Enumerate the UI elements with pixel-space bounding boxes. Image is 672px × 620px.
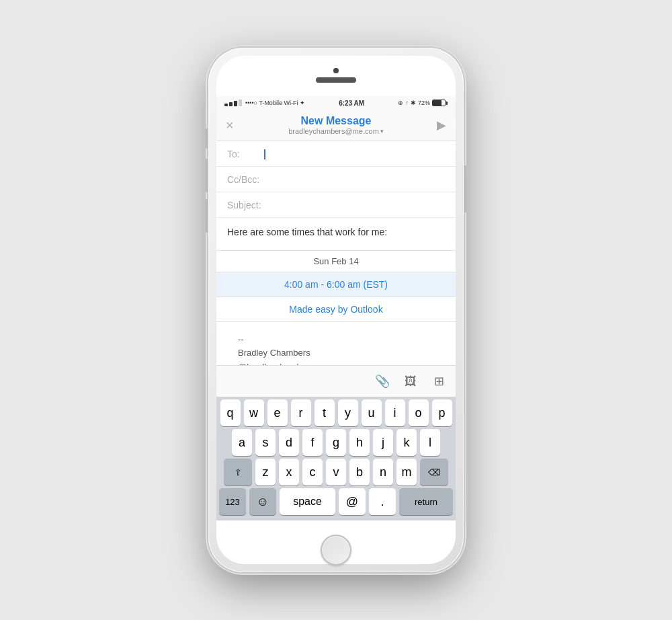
key-i[interactable]: i xyxy=(385,399,405,426)
emoji-key[interactable]: ☺ xyxy=(249,488,276,515)
signal-strength xyxy=(224,100,242,106)
signal-dot-3 xyxy=(234,101,237,106)
battery-fill xyxy=(433,100,442,106)
email-signature: -- Bradley Chambers @bradleychambers xyxy=(227,322,445,365)
return-key[interactable]: return xyxy=(399,488,453,515)
arrow-icon: ↑ xyxy=(405,100,409,106)
key-w[interactable]: w xyxy=(244,399,264,426)
signature-line2: Bradley Chambers xyxy=(238,346,434,360)
email-body[interactable]: Here are some times that work for me: Su… xyxy=(216,218,456,365)
keyboard-row-3: ⇧ z x c v b n m ⌫ xyxy=(216,456,456,486)
shift-key[interactable]: ⇧ xyxy=(224,459,252,486)
key-l[interactable]: l xyxy=(420,429,440,456)
key-g[interactable]: g xyxy=(326,429,346,456)
key-v[interactable]: v xyxy=(326,459,346,486)
power-button[interactable] xyxy=(464,165,466,212)
subject-field-row: Subject: xyxy=(216,192,456,218)
front-camera xyxy=(333,68,339,73)
body-text: Here are some times that work for me: xyxy=(227,226,445,239)
compose-account[interactable]: bradleychambers@me.com ▾ xyxy=(227,127,445,135)
to-field-row: To: xyxy=(216,141,456,167)
text-cursor xyxy=(264,149,265,159)
volume-down-button[interactable] xyxy=(206,199,208,233)
earpiece-speaker xyxy=(316,77,356,83)
home-button[interactable] xyxy=(321,535,351,566)
mute-button[interactable] xyxy=(206,128,208,149)
key-q[interactable]: q xyxy=(220,399,241,426)
backspace-key[interactable]: ⌫ xyxy=(420,459,448,486)
key-f[interactable]: f xyxy=(302,429,323,456)
key-b[interactable]: b xyxy=(349,459,370,486)
cc-field-row: Cc/Bcc: xyxy=(216,167,456,192)
close-button[interactable]: × xyxy=(226,118,234,133)
battery-tip xyxy=(446,102,448,105)
key-s[interactable]: s xyxy=(255,429,276,456)
key-c[interactable]: c xyxy=(302,459,323,486)
keyboard: q w e r t y u i o p a s d f g h xyxy=(216,397,456,520)
signal-dot-4 xyxy=(239,100,242,106)
status-bar: ••••○ T-Mobile Wi-Fi ✦ 6:23 AM ⊕ ↑ ✱ 72% xyxy=(216,96,456,110)
phone-device: ••••○ T-Mobile Wi-Fi ✦ 6:23 AM ⊕ ↑ ✱ 72% xyxy=(208,48,464,572)
compose-toolbar: 📎 🖼 ⊞ xyxy=(216,365,456,397)
key-n[interactable]: n xyxy=(373,459,393,486)
keyboard-row-2: a s d f g h j k l xyxy=(216,426,456,456)
key-p[interactable]: p xyxy=(432,399,452,426)
key-z[interactable]: z xyxy=(255,459,276,486)
cc-label: Cc/Bcc: xyxy=(227,174,264,185)
to-input[interactable] xyxy=(264,148,445,159)
status-left: ••••○ T-Mobile Wi-Fi ✦ xyxy=(224,100,305,106)
time-slot[interactable]: 4:00 am - 6:00 am (EST) xyxy=(216,272,456,297)
status-right: ⊕ ↑ ✱ 72% xyxy=(398,100,448,106)
chevron-down-icon: ▾ xyxy=(380,128,384,134)
signature-line3: @bradleychambers xyxy=(238,360,434,365)
send-button[interactable]: ▶ xyxy=(437,118,446,132)
key-h[interactable]: h xyxy=(349,429,370,456)
subject-label: Subject: xyxy=(227,200,264,210)
key-j[interactable]: j xyxy=(373,429,393,456)
battery-body xyxy=(432,100,446,106)
add-button[interactable]: ⊞ xyxy=(427,370,450,393)
key-a[interactable]: a xyxy=(232,429,252,456)
phone-top-notch xyxy=(316,68,356,83)
period-key[interactable]: . xyxy=(369,488,396,515)
key-x[interactable]: x xyxy=(279,459,299,486)
location-icon: ⊕ xyxy=(398,100,403,106)
battery-indicator xyxy=(432,100,448,106)
compose-title: New Message xyxy=(227,115,445,127)
made-easy-label: Made easy by Outlook xyxy=(216,297,456,321)
at-key[interactable]: @ xyxy=(339,488,366,515)
key-e[interactable]: e xyxy=(267,399,288,426)
key-u[interactable]: u xyxy=(362,399,382,426)
keyboard-row-bottom: 123 ☺ space @ . return xyxy=(216,486,456,520)
signal-dot-1 xyxy=(224,104,228,106)
key-d[interactable]: d xyxy=(279,429,299,456)
attachment-button[interactable]: 📎 xyxy=(371,370,394,393)
photo-button[interactable]: 🖼 xyxy=(399,370,422,393)
battery-percent: 72% xyxy=(418,100,430,106)
key-r[interactable]: r xyxy=(291,399,311,426)
app-screen: ••••○ T-Mobile Wi-Fi ✦ 6:23 AM ⊕ ↑ ✱ 72% xyxy=(216,96,456,520)
volume-up-button[interactable] xyxy=(206,159,208,192)
to-label: To: xyxy=(227,149,264,159)
schedule-section: Sun Feb 14 4:00 am - 6:00 am (EST) Made … xyxy=(216,250,456,322)
carrier-label: ••••○ T-Mobile Wi-Fi ✦ xyxy=(245,100,305,106)
signal-dot-2 xyxy=(229,102,233,106)
phone-screen: ••••○ T-Mobile Wi-Fi ✦ 6:23 AM ⊕ ↑ ✱ 72% xyxy=(216,56,456,564)
bluetooth-icon: ✱ xyxy=(411,100,416,106)
key-o[interactable]: o xyxy=(409,399,429,426)
compose-header: × New Message bradleychambers@me.com ▾ ▶ xyxy=(216,110,456,141)
signature-line1: -- xyxy=(238,333,434,347)
key-k[interactable]: k xyxy=(396,429,417,456)
key-m[interactable]: m xyxy=(396,459,417,486)
key-t[interactable]: t xyxy=(314,399,335,426)
key-y[interactable]: y xyxy=(338,399,358,426)
space-key[interactable]: space xyxy=(280,488,335,515)
numbers-key[interactable]: 123 xyxy=(219,488,246,515)
email-fields: To: Cc/Bcc: Subject: xyxy=(216,141,456,218)
status-time: 6:23 AM xyxy=(339,100,364,107)
schedule-date: Sun Feb 14 xyxy=(216,251,456,272)
keyboard-row-1: q w e r t y u i o p xyxy=(216,397,456,426)
